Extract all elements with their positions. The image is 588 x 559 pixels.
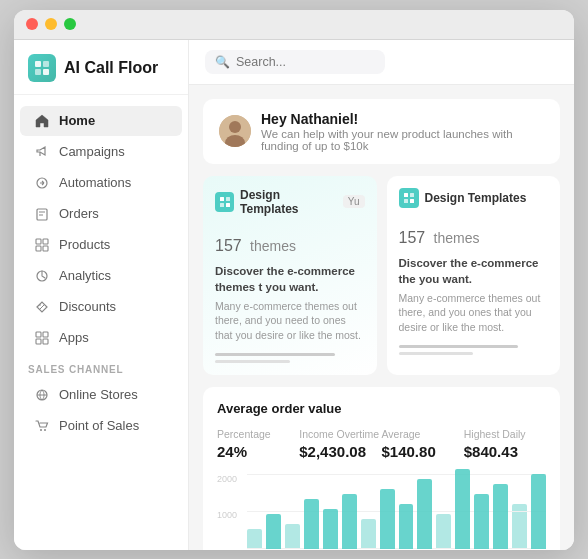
sidebar-item-point-of-sales[interactable]: Point of Sales <box>20 411 182 441</box>
discounts-icon <box>34 299 50 315</box>
y-label-2000: 2000 <box>217 474 245 484</box>
maximize-button[interactable] <box>64 18 76 30</box>
card-tag-1: Yu <box>343 195 365 208</box>
app-body: AI Call Floor Home Campaigns <box>14 40 574 550</box>
sidebar-item-automations[interactable]: Automations <box>20 168 182 198</box>
sidebar-nav: Home Campaigns Automations <box>14 95 188 550</box>
card-line-2b <box>399 352 474 355</box>
y-label-1000: 1000 <box>217 510 245 520</box>
card-number-2: 157 themes <box>399 216 549 249</box>
sidebar-item-campaigns[interactable]: Campaigns <box>20 137 182 167</box>
bar-13 <box>493 484 508 549</box>
search-input[interactable] <box>236 55 375 69</box>
stat-average-label: Average <box>382 428 464 440</box>
bar-8 <box>399 504 414 549</box>
svg-rect-2 <box>35 69 41 75</box>
bar-1 <box>266 514 281 549</box>
sidebar-item-discounts-label: Discounts <box>59 299 116 314</box>
svg-rect-29 <box>410 199 414 203</box>
sidebar-item-home[interactable]: Home <box>20 106 182 136</box>
sidebar-item-orders[interactable]: Orders <box>20 199 182 229</box>
sales-channel-label: SALES CHANNEL <box>14 354 188 379</box>
card-lines-1 <box>215 353 365 363</box>
card-label-2: Design Templates <box>425 191 527 205</box>
sidebar-item-apps[interactable]: Apps <box>20 323 182 353</box>
megaphone-icon <box>34 144 50 160</box>
card-subdesc-1: Many e-commerce themes out there, and yo… <box>215 299 365 343</box>
stat-average: Average $140.80 <box>382 428 464 460</box>
bar-5 <box>342 494 357 549</box>
search-box[interactable]: 🔍 <box>205 50 385 74</box>
bar-12 <box>474 494 489 549</box>
welcome-banner: Hey Nathaniel! We can help with your new… <box>203 99 560 164</box>
card-number-1: 157 themes <box>215 224 365 257</box>
stat-percentage-value: 24% <box>217 443 299 460</box>
svg-rect-23 <box>226 197 230 201</box>
stat-highest: Highest Daily $840.43 <box>464 428 546 460</box>
avatar <box>219 115 251 147</box>
content-area: Hey Nathaniel! We can help with your new… <box>189 85 574 550</box>
svg-rect-14 <box>36 339 41 344</box>
bar-11 <box>455 469 470 549</box>
apps-icon <box>34 330 50 346</box>
sidebar-item-online-stores[interactable]: Online Stores <box>20 380 182 410</box>
card-line-1a <box>215 353 335 356</box>
welcome-subtitle: We can help with your new product launch… <box>261 128 544 152</box>
svg-rect-6 <box>36 239 41 244</box>
stats-row: Percentage 24% Income Overtime $2,430.08… <box>217 428 546 460</box>
sidebar-item-analytics-label: Analytics <box>59 268 111 283</box>
card-design-templates-2: Design Templates 157 themes Discover the… <box>387 176 561 375</box>
sidebar-item-orders-label: Orders <box>59 206 99 221</box>
bar-9 <box>417 479 432 549</box>
svg-rect-8 <box>36 246 41 251</box>
svg-rect-1 <box>43 61 49 67</box>
topbar: 🔍 <box>189 40 574 85</box>
sidebar-item-point-of-sales-label: Point of Sales <box>59 418 139 433</box>
card-unit-1: themes <box>250 238 296 254</box>
sidebar-item-campaigns-label: Campaigns <box>59 144 125 159</box>
products-icon <box>34 237 50 253</box>
sidebar-item-products[interactable]: Products <box>20 230 182 260</box>
automation-icon <box>34 175 50 191</box>
sidebar-item-apps-label: Apps <box>59 330 89 345</box>
svg-rect-26 <box>404 193 408 197</box>
titlebar <box>14 10 574 40</box>
svg-rect-0 <box>35 61 41 67</box>
card-unit-2: themes <box>434 230 480 246</box>
analytics-title: Average order value <box>217 401 546 416</box>
sidebar-item-analytics[interactable]: Analytics <box>20 261 182 291</box>
welcome-greeting: Hey Nathaniel! <box>261 111 544 127</box>
bar-3 <box>304 499 319 549</box>
svg-rect-15 <box>43 339 48 344</box>
svg-point-18 <box>44 429 46 431</box>
app-window: AI Call Floor Home Campaigns <box>14 10 574 550</box>
sidebar-header: AI Call Floor <box>14 40 188 95</box>
svg-rect-28 <box>404 199 408 203</box>
stat-income: Income Overtime $2,430.08 <box>299 428 381 460</box>
svg-rect-24 <box>220 203 224 207</box>
svg-point-17 <box>40 429 42 431</box>
minimize-button[interactable] <box>45 18 57 30</box>
analytics-icon <box>34 268 50 284</box>
stat-income-label: Income Overtime <box>299 428 381 440</box>
main-content: 🔍 Hey Nathaniel! <box>189 40 574 550</box>
svg-rect-3 <box>43 69 49 75</box>
svg-rect-22 <box>220 197 224 201</box>
card-icon-1 <box>215 192 234 212</box>
svg-rect-13 <box>43 332 48 337</box>
sidebar-item-products-label: Products <box>59 237 110 252</box>
sidebar-item-automations-label: Automations <box>59 175 131 190</box>
card-line-1b <box>215 360 290 363</box>
sidebar-item-home-label: Home <box>59 113 95 128</box>
card-desc-2: Discover the e-commerce the you want. <box>399 255 549 287</box>
close-button[interactable] <box>26 18 38 30</box>
stat-average-value: $140.80 <box>382 443 464 460</box>
svg-rect-12 <box>36 332 41 337</box>
stat-percentage-label: Percentage <box>217 428 299 440</box>
svg-rect-7 <box>43 239 48 244</box>
svg-rect-27 <box>410 193 414 197</box>
sidebar-item-discounts[interactable]: Discounts <box>20 292 182 322</box>
globe-icon <box>34 387 50 403</box>
sidebar-logo <box>28 54 56 82</box>
card-lines-2 <box>399 345 549 355</box>
